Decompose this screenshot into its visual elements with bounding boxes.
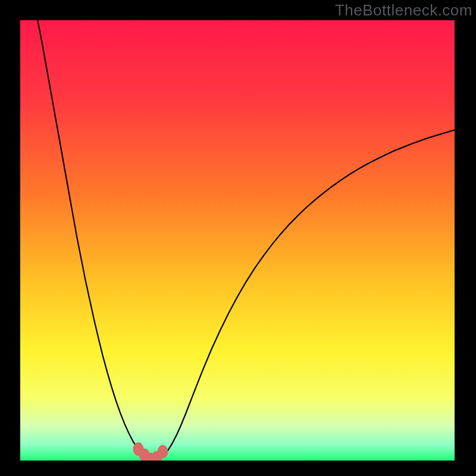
chart-svg	[20, 20, 455, 461]
plot-area	[20, 20, 455, 461]
gradient-background	[20, 20, 455, 461]
curve-marker	[158, 445, 168, 458]
chart-frame: TheBottleneck.com	[0, 0, 476, 476]
watermark-text: TheBottleneck.com	[335, 1, 472, 20]
